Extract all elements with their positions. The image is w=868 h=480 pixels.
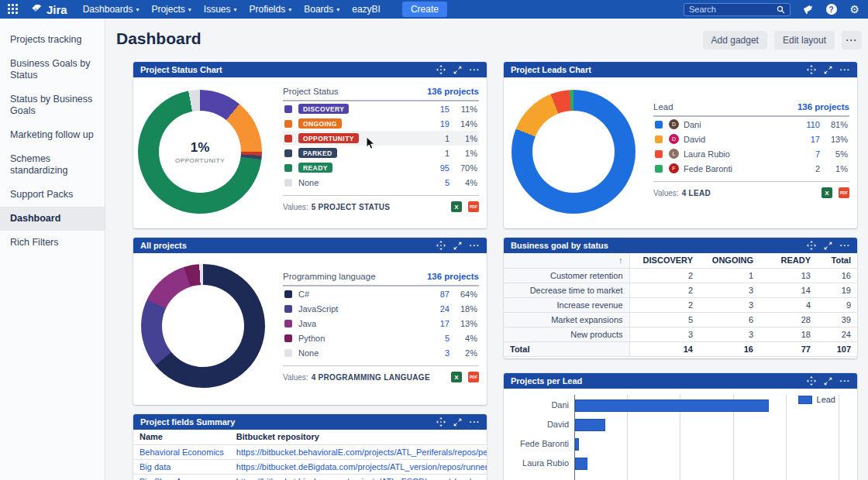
app-switcher-icon[interactable] xyxy=(8,4,19,15)
legend-count[interactable]: 87 xyxy=(422,290,450,299)
bar-laura-rubio[interactable] xyxy=(575,458,587,470)
gadget-menu-icon[interactable]: ··· xyxy=(470,65,480,75)
legend-row-java[interactable]: Java1713% xyxy=(283,316,479,331)
gadget-header[interactable]: Project fields Summary ··· xyxy=(133,414,487,430)
legend-count[interactable]: 7 xyxy=(792,149,820,159)
legend-row-c-[interactable]: C#8764% xyxy=(283,286,479,301)
bar-david[interactable] xyxy=(575,419,605,431)
sidebar-item-dashboard[interactable]: Dashboard xyxy=(0,207,105,231)
legend-row-python[interactable]: Python54% xyxy=(283,331,479,345)
sort-arrow-icon[interactable]: ↑ xyxy=(618,255,623,265)
help-icon[interactable]: ? xyxy=(825,4,837,15)
legend-row-opportunity[interactable]: OPPORTUNITY11% xyxy=(283,131,479,146)
column-header[interactable]: Name xyxy=(133,430,230,444)
project-leads-donut-chart[interactable] xyxy=(512,90,636,214)
sidebar-item-projects-tracking[interactable]: Projects tracking xyxy=(0,28,105,52)
repository-url-link[interactable]: https://bitbucket.deBigdata.com/projects… xyxy=(236,462,487,471)
column-header[interactable]: ↑ xyxy=(504,253,629,268)
nav-profields[interactable]: Profields▾ xyxy=(250,4,292,15)
sidebar-item-support-packs[interactable]: Support Packs xyxy=(0,183,105,207)
resize-gadget-icon[interactable] xyxy=(453,417,463,427)
sidebar-item-schemes-standardizing[interactable]: Schemes standardizing xyxy=(0,147,105,183)
bar-dani[interactable] xyxy=(575,399,769,412)
legend-total[interactable]: 136 projects xyxy=(427,87,479,96)
legend-row-fede-baronti[interactable]: FFede Baronti21% xyxy=(653,161,849,176)
resize-gadget-icon[interactable] xyxy=(823,65,833,75)
resize-gadget-icon[interactable] xyxy=(453,241,463,251)
sidebar-item-business-goals-by-status[interactable]: Business Goals by Status xyxy=(0,52,105,87)
gadget-menu-icon[interactable]: ··· xyxy=(840,65,850,75)
legend-row-ready[interactable]: READY9570% xyxy=(283,160,479,175)
move-gadget-icon[interactable] xyxy=(436,241,446,251)
legend-count[interactable]: 95 xyxy=(422,163,450,173)
legend-count[interactable]: 24 xyxy=(422,304,450,314)
project-status-donut-chart[interactable]: 1% OPPORTUNITY xyxy=(138,90,262,214)
nav-eazybi[interactable]: eazyBI xyxy=(352,4,381,15)
legend-row-parked[interactable]: PARKED11% xyxy=(283,146,479,160)
export-excel-icon[interactable]: X xyxy=(451,372,462,382)
sidebar-item-marketing-follow-up[interactable]: Marketing follow up xyxy=(0,123,105,147)
programming-language-donut-chart[interactable] xyxy=(141,264,265,388)
repository-url-link[interactable]: https://bitbucket.bigshop.com/projects/A… xyxy=(236,477,471,480)
legend-count[interactable]: 5 xyxy=(422,334,450,343)
move-gadget-icon[interactable] xyxy=(436,65,446,75)
column-header[interactable]: DISCOVERY xyxy=(629,253,699,268)
legend-count[interactable]: 19 xyxy=(422,119,450,129)
legend-row-none[interactable]: None54% xyxy=(283,175,479,190)
export-excel-icon[interactable]: X xyxy=(451,201,462,212)
resize-gadget-icon[interactable] xyxy=(823,376,833,386)
export-excel-icon[interactable]: X xyxy=(822,187,832,198)
column-header[interactable]: READY xyxy=(760,253,817,268)
gadget-menu-icon[interactable]: ··· xyxy=(470,241,480,251)
column-header[interactable]: ONGOING xyxy=(699,253,760,268)
gadget-header[interactable]: Project Leads Chart ··· xyxy=(504,62,857,77)
settings-gear-icon[interactable]: ⚙ xyxy=(849,4,860,15)
move-gadget-icon[interactable] xyxy=(806,241,816,251)
resize-gadget-icon[interactable] xyxy=(453,65,463,75)
export-pdf-icon[interactable]: PDF xyxy=(468,372,479,382)
column-header[interactable]: Bitbucket repository xyxy=(230,430,487,444)
legend-count[interactable]: 15 xyxy=(422,105,450,114)
add-gadget-button[interactable]: Add gadget xyxy=(703,31,767,50)
legend-total[interactable]: 136 projects xyxy=(427,272,479,281)
legend-total[interactable]: 136 projects xyxy=(797,102,849,111)
create-button[interactable]: Create xyxy=(402,2,447,17)
gadget-menu-icon[interactable]: ··· xyxy=(470,417,480,427)
legend-count[interactable]: 17 xyxy=(422,319,450,328)
nav-projects[interactable]: Projects▾ xyxy=(151,4,191,15)
export-pdf-icon[interactable]: PDF xyxy=(468,201,479,212)
repository-url-link[interactable]: https://bitbucket.behavioralE.com/projec… xyxy=(236,447,487,457)
search-box[interactable] xyxy=(684,3,790,16)
dashboard-more-button[interactable]: ··· xyxy=(842,31,862,50)
legend-count[interactable]: 110 xyxy=(792,120,820,129)
export-pdf-icon[interactable]: PDF xyxy=(839,187,849,198)
move-gadget-icon[interactable] xyxy=(806,65,816,75)
legend-count[interactable]: 17 xyxy=(792,135,820,144)
search-input[interactable] xyxy=(689,5,777,14)
gadget-header[interactable]: All projects ··· xyxy=(133,238,487,253)
column-header[interactable]: Total xyxy=(817,253,857,268)
legend-row-none[interactable]: None32% xyxy=(283,345,479,360)
resize-gadget-icon[interactable] xyxy=(823,241,833,251)
nav-boards[interactable]: Boards▾ xyxy=(304,4,339,15)
project-name-link[interactable]: Big Shop App xyxy=(140,477,191,480)
gadget-menu-icon[interactable]: ··· xyxy=(840,241,850,251)
sidebar-item-rich-filters[interactable]: Rich Filters xyxy=(0,231,105,255)
legend-row-dani[interactable]: DDani11081% xyxy=(653,117,849,132)
gadget-header[interactable]: Business goal by status ··· xyxy=(504,238,857,253)
bar-fede-baronti[interactable] xyxy=(575,438,579,451)
project-name-link[interactable]: Behavioral Economics xyxy=(140,447,224,457)
jira-logo[interactable]: Jira xyxy=(31,3,67,16)
legend-count[interactable]: 3 xyxy=(422,348,450,358)
legend-row-ongoing[interactable]: ONGOING1914% xyxy=(283,116,479,131)
move-gadget-icon[interactable] xyxy=(436,417,446,427)
gadget-menu-icon[interactable]: ··· xyxy=(840,376,850,386)
sidebar-item-status-by-business-goals[interactable]: Status by Business Goals xyxy=(0,87,105,123)
nav-issues[interactable]: Issues▾ xyxy=(204,4,237,15)
legend-row-javascript[interactable]: JavaScript2418% xyxy=(283,301,479,316)
move-gadget-icon[interactable] xyxy=(806,376,816,386)
gadget-header[interactable]: Projects per Lead ··· xyxy=(504,373,857,389)
nav-dashboards[interactable]: Dashboards▾ xyxy=(83,4,140,15)
legend-row-laura-rubio[interactable]: LLaura Rubio75% xyxy=(653,146,849,161)
legend-row-discovery[interactable]: DISCOVERY1511% xyxy=(283,101,479,116)
